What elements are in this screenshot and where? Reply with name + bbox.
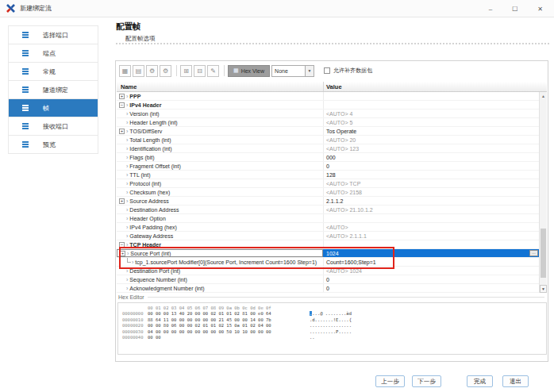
table-row[interactable]: ›Destination Address<AUTO> 21.10.1.2 [117, 206, 547, 214]
collapse-icon[interactable]: − [119, 242, 125, 248]
sidebar-item[interactable]: 隧道绑定 [9, 81, 98, 99]
collapse-icon[interactable]: − [119, 102, 125, 108]
table-row[interactable]: ›Header Length (int)<AUTO> 5 [117, 118, 547, 127]
expand-icon[interactable]: + [119, 129, 125, 134]
row-value-cell[interactable] [323, 92, 539, 100]
table-row[interactable]: ›TTL (int)128 [117, 171, 547, 179]
row-value-cell[interactable]: <AUTO> 123 [323, 144, 539, 152]
table-row[interactable]: ›Total Length (int)<AUTO> 20 [117, 136, 547, 144]
scroll-up-icon[interactable]: ▲ [540, 92, 547, 100]
row-chevron-icon: › [126, 163, 128, 169]
table-row[interactable]: ›IPv4 Padding (hex)<AUTO> [117, 223, 547, 232]
row-value-cell[interactable]: 000 [323, 153, 539, 161]
settings-alt-icon[interactable]: ⚙ [160, 65, 171, 77]
sidebar-item[interactable]: 预览 [9, 136, 98, 154]
scroll-down-icon[interactable]: ▼ [540, 285, 547, 293]
row-value-cell[interactable]: Tos Operate [323, 127, 539, 135]
next-step-button[interactable]: 下一步 [412, 375, 441, 387]
field-name: Gateway Address [129, 233, 173, 239]
dotted-separator [116, 43, 549, 44]
hex-row[interactable]: 0000004000 00.. [122, 335, 546, 340]
row-name-cell: ›IPv4 Padding (hex) [117, 223, 323, 231]
close-icon[interactable]: ✕ [537, 6, 543, 13]
row-value-cell[interactable]: <AUTO> 21.10.1.2 [323, 206, 539, 213]
scrollbar-thumb[interactable] [541, 229, 546, 278]
table-grid-icon[interactable]: ▦ [119, 65, 131, 77]
settings-icon[interactable]: ⚙ [146, 65, 158, 77]
table-row[interactable]: ›Checksum (hex)<AUTO> 2158 [117, 188, 547, 197]
row-value-cell[interactable]: 0 [323, 162, 539, 170]
prev-step-button[interactable]: 上一步 [375, 375, 405, 387]
expand-rows-icon[interactable]: ⊞ [180, 65, 192, 77]
table-row[interactable]: ›Protocol (int)<AUTO> TCP [117, 179, 547, 188]
table-row[interactable]: ›Gateway Address<AUTO> 2.1.1.1 [117, 232, 547, 240]
pad-packet-checkbox[interactable] [324, 67, 330, 74]
table-row[interactable]: +›TOS/DiffServTos Operate [117, 127, 547, 136]
sidebar-item[interactable]: 常规 [9, 63, 98, 81]
sidebar-item[interactable]: 端点 [9, 44, 98, 63]
expand-icon[interactable]: + [119, 198, 125, 204]
table-row[interactable]: −›TCP Header [117, 240, 547, 249]
hex-row[interactable]: 0000002000 00 80 06 00 00 02 01 01 02 15… [122, 323, 546, 329]
table-row[interactable]: ›Fragment Offset (int)0 [117, 162, 547, 171]
table-row[interactable]: −›IPv4 Header [117, 101, 547, 110]
table-row[interactable]: +›PPP [117, 92, 547, 101]
field-tree-table: ▲ ▼ +›PPP−›IPv4 Header›Version (int)<AUT… [117, 92, 547, 293]
table-row[interactable]: ›Header Option [117, 214, 547, 223]
row-value-cell[interactable] [323, 240, 539, 248]
table-row[interactable]: ›Flags (bit)000 [117, 153, 547, 162]
sidebar-item-label: 预览 [43, 140, 56, 149]
row-value-cell[interactable]: <AUTO> 4 [323, 110, 539, 117]
row-value-cell[interactable]: <AUTO> TCP [323, 179, 539, 187]
finish-button[interactable]: 完成 [467, 375, 493, 387]
chevron-down-icon[interactable]: ▼ [305, 66, 314, 76]
exit-button[interactable]: 退出 [502, 375, 529, 387]
expand-icon[interactable]: + [120, 251, 125, 256]
row-name-cell: ›Identification (int) [117, 144, 323, 152]
table-row[interactable]: ›Destination Port (int)<AUTO> 1024 [117, 267, 547, 275]
row-value-cell[interactable]: <AUTO> [323, 223, 539, 231]
minimize-icon[interactable]: – [489, 6, 492, 13]
vertical-scrollbar[interactable]: ▲ ▼ [539, 92, 547, 293]
row-value-cell[interactable]: 0 [323, 275, 539, 283]
row-value-cell[interactable]: 128 [323, 171, 539, 179]
column-header-name[interactable]: Name [117, 82, 323, 91]
maximize-icon[interactable]: ☐ [512, 6, 517, 13]
row-value-cell[interactable]: <AUTO> 2.1.1.1 [323, 232, 539, 240]
row-chevron-icon: › [126, 268, 128, 274]
row-chevron-icon: › [126, 207, 128, 213]
hex-view-select[interactable]: None ▼ [271, 65, 314, 77]
sidebar-item[interactable]: 选择端口 [9, 26, 98, 44]
table-row[interactable]: +›Source Port (int)1024… [117, 249, 547, 258]
row-value-cell[interactable]: Count=1600;Step=1 [323, 258, 539, 266]
column-header-value[interactable]: Value [323, 82, 547, 91]
sidebar-item[interactable]: 接收端口 [9, 117, 98, 136]
more-options-button[interactable]: … [529, 250, 538, 256]
table-edit-icon[interactable]: ▤ [133, 65, 144, 77]
hex-row[interactable]: 0000001088 64 11 00 00 00 00 00 00 21 45… [122, 317, 546, 323]
row-value-cell[interactable]: <AUTO> 5 [323, 118, 539, 126]
row-value-cell[interactable]: <AUTO> 1024 [323, 267, 539, 275]
edit-pencil-icon[interactable]: ✎ [207, 65, 219, 77]
hex-row[interactable]: 0000003004 00 00 00 00 00 00 00 00 00 50… [122, 329, 546, 335]
row-value-cell[interactable]: <AUTO> 20 [323, 136, 539, 144]
row-value-cell[interactable]: 2.1.1.2 [323, 197, 539, 205]
field-name: PPP [129, 94, 140, 99]
table-row[interactable]: ›Identification (int)<AUTO> 123 [117, 144, 547, 153]
row-value-cell[interactable] [323, 101, 539, 109]
hex-view-button[interactable]: ▦ Hex View [228, 65, 270, 77]
hex-row[interactable]: 0000000000 00 00 13 40 20 00 00 02 01 01… [122, 311, 546, 317]
table-row[interactable]: ›tcp_1.sourcePort Modifier[0](Source Por… [117, 258, 547, 267]
sidebar-item[interactable]: 帧 [9, 99, 98, 117]
table-row[interactable]: +›Source Address2.1.1.2 [117, 197, 547, 206]
row-value-cell[interactable] [323, 214, 539, 222]
row-value-cell[interactable]: 0 [323, 284, 539, 292]
collapse-rows-icon[interactable]: ⊟ [194, 65, 206, 77]
table-row[interactable]: ›Acknowledgment Number (int)0 [117, 284, 547, 293]
row-value-cell[interactable]: <AUTO> 2158 [323, 188, 539, 196]
hex-editor[interactable]: 00 01 02 03 04 05 06 07 08 09 0a 0b 0c 0… [117, 302, 547, 355]
expand-icon[interactable]: + [119, 94, 125, 99]
row-value-cell[interactable]: 1024… [323, 249, 539, 257]
table-row[interactable]: ›Sequence Number (int)0 [117, 275, 547, 284]
table-row[interactable]: ›Version (int)<AUTO> 4 [117, 110, 547, 118]
